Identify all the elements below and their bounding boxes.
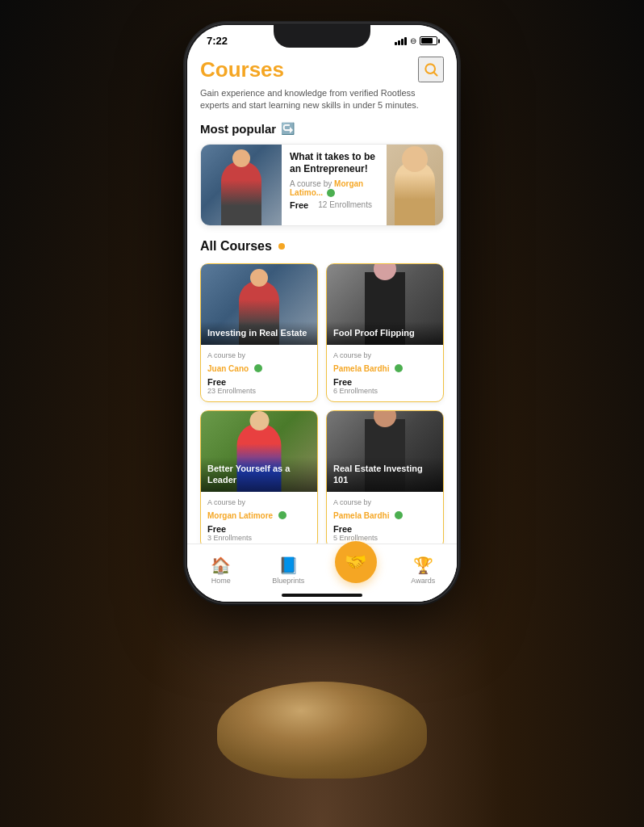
featured-course-by: A course by Morgan Latimo... — [290, 179, 378, 197]
course-card-3-body: A course by Morgan Latimore Free 3 Enrol… — [201, 492, 317, 548]
course-card-2-price: Free — [333, 377, 437, 387]
verified-badge-2 — [395, 364, 403, 372]
course-card-2[interactable]: Fool Proof Flipping A course by Pamela B… — [326, 263, 444, 402]
featured-course-enrollments: 12 Enrollments — [318, 200, 372, 210]
course-card-1-body: A course by Juan Cano Free 23 Enrollment… — [201, 345, 317, 401]
page-title: Courses — [200, 57, 284, 82]
course-card-4-by: A course by — [333, 498, 437, 506]
course-card-1-overlay: Investing in Real Estate — [201, 321, 317, 345]
svg-line-1 — [434, 73, 437, 76]
course-card-1-image: Investing in Real Estate — [201, 264, 317, 345]
course-card-4-title: Real Estate Investing 101 — [333, 464, 437, 485]
verified-badge-3 — [278, 511, 286, 519]
course-card-4-author-row: Pamela Bardhi — [333, 507, 437, 522]
course-card-4-body: A course by Pamela Bardhi Free 5 Enrollm… — [327, 492, 443, 548]
featured-course-image-right — [387, 145, 443, 225]
course-card-4-price: Free — [333, 524, 437, 534]
featured-person-silhouette — [221, 161, 261, 225]
notch — [274, 25, 370, 48]
course-card-1-price: Free — [207, 377, 311, 387]
blueprints-nav-label: Blueprints — [272, 577, 304, 585]
status-time: 7:22 — [207, 35, 228, 47]
course-card-3-enrollments: 3 Enrollments — [207, 534, 311, 542]
verified-badge-1 — [254, 364, 262, 372]
wifi-icon: ⊖ — [410, 36, 416, 45]
awards-nav-icon: 🏆 — [413, 556, 433, 575]
featured-course-price: Free — [290, 200, 308, 210]
course-card-1-author-row: Juan Cano — [207, 360, 311, 375]
course-card-1[interactable]: Investing in Real Estate A course by Jua… — [200, 263, 318, 402]
course-card-2-enrollments: 6 Enrollments — [333, 387, 437, 395]
verified-badge — [327, 189, 335, 197]
courses-grid: Investing in Real Estate A course by Jua… — [200, 263, 444, 549]
nav-item-awards[interactable]: 🏆 Awards — [390, 552, 458, 588]
course-card-1-enrollments: 23 Enrollments — [207, 387, 311, 395]
featured-course-image — [201, 145, 282, 225]
course-card-4-author[interactable]: Pamela Bardhi — [333, 511, 389, 520]
course-card-4-overlay: Real Estate Investing 101 — [327, 457, 443, 491]
content-area: Courses Gain experience and knowledge fr… — [187, 50, 457, 602]
phone-shell: 7:22 ⊖ C — [185, 23, 459, 604]
status-icons: ⊖ — [395, 36, 437, 45]
most-popular-header: Most popular ↪️ — [200, 122, 444, 136]
nav-item-home[interactable]: 🏠 Home — [187, 552, 255, 588]
home-nav-icon: 🏠 — [211, 556, 231, 575]
home-nav-label: Home — [211, 577, 231, 585]
featured-course-content: What it takes to be an Entrepreneur! A c… — [282, 145, 387, 225]
most-popular-emoji: ↪️ — [281, 122, 295, 135]
course-card-2-author[interactable]: Pamela Bardhi — [333, 364, 389, 373]
awards-nav-label: Awards — [411, 577, 435, 585]
scene: 7:22 ⊖ C — [0, 0, 644, 827]
all-courses-title: All Courses — [200, 239, 272, 254]
course-card-4-image: Real Estate Investing 101 — [327, 411, 443, 492]
course-card-2-title: Fool Proof Flipping — [333, 328, 437, 338]
course-card-2-image: Fool Proof Flipping — [327, 264, 443, 345]
featured-course-meta: Free 12 Enrollments — [290, 200, 378, 210]
all-courses-header: All Courses — [200, 239, 444, 254]
nav-item-blueprints[interactable]: 📘 Blueprints — [255, 552, 323, 588]
courses-nav-icon: 🤝 — [345, 552, 366, 573]
header: Courses — [200, 57, 444, 82]
featured-course-card[interactable]: What it takes to be an Entrepreneur! A c… — [200, 144, 444, 226]
course-card-2-overlay: Fool Proof Flipping — [327, 321, 443, 345]
signal-icon — [395, 37, 407, 45]
course-card-1-title: Investing in Real Estate — [207, 328, 311, 338]
course-card-4-enrollments: 5 Enrollments — [333, 534, 437, 542]
course-card-3[interactable]: Better Yourself as a Leader A course by … — [200, 410, 318, 549]
blueprints-nav-icon: 📘 — [278, 556, 299, 575]
course-card-3-image: Better Yourself as a Leader — [201, 411, 317, 492]
course-card-1-author[interactable]: Juan Cano — [207, 364, 249, 373]
phone-inner: 7:22 ⊖ C — [187, 25, 457, 602]
search-button[interactable] — [418, 57, 444, 82]
course-card-3-price: Free — [207, 524, 311, 534]
screen: Courses Gain experience and knowledge fr… — [187, 50, 457, 602]
course-card-4[interactable]: Real Estate Investing 101 A course by Pa… — [326, 410, 444, 549]
featured-person-silhouette-right — [395, 161, 435, 225]
featured-course-title: What it takes to be an Entrepreneur! — [290, 151, 378, 176]
course-card-2-by: A course by — [333, 351, 437, 359]
course-card-3-author[interactable]: Morgan Latimore — [207, 511, 273, 520]
search-icon — [423, 61, 439, 78]
course-card-3-title: Better Yourself as a Leader — [207, 464, 311, 485]
home-indicator — [282, 594, 362, 597]
battery-icon — [420, 36, 437, 45]
course-card-3-overlay: Better Yourself as a Leader — [201, 457, 317, 491]
courses-nav-center[interactable]: 🤝 — [335, 541, 377, 583]
course-card-3-author-row: Morgan Latimore — [207, 507, 311, 522]
subtitle: Gain experience and knowledge from verif… — [200, 87, 444, 112]
course-card-2-body: A course by Pamela Bardhi Free 6 Enrollm… — [327, 345, 443, 401]
nav-item-courses[interactable]: 🤝 — [322, 554, 390, 586]
wood-stand — [217, 682, 427, 779]
course-card-2-author-row: Pamela Bardhi — [333, 360, 437, 375]
course-card-3-by: A course by — [207, 498, 311, 506]
most-popular-title: Most popular — [200, 122, 276, 136]
course-card-1-by: A course by — [207, 351, 311, 359]
verified-badge-4 — [395, 511, 403, 519]
